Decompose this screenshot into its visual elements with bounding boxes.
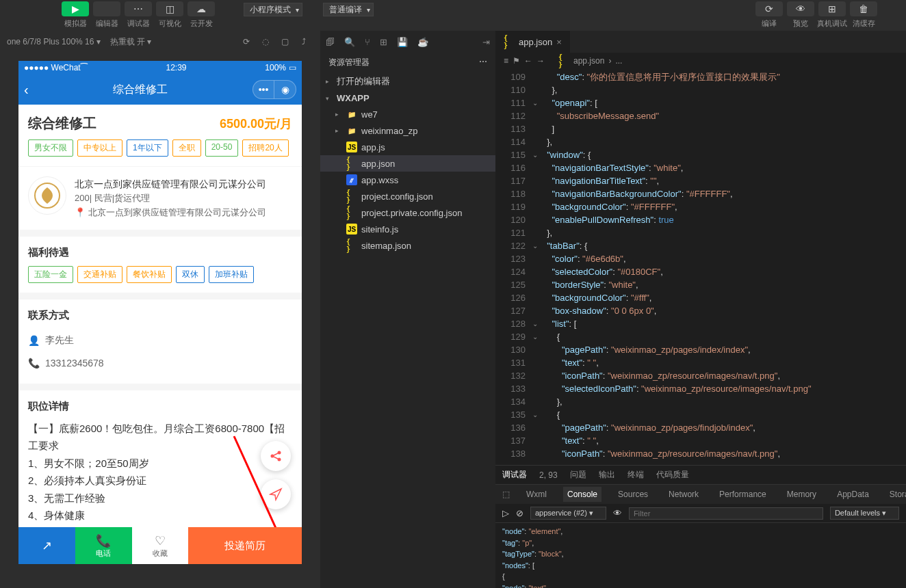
devtool-tab-Wxml[interactable]: Wxml <box>522 487 551 502</box>
open-editors-section[interactable]: ▸打开的编辑器 <box>320 72 495 90</box>
close-tab-icon[interactable]: × <box>556 37 562 47</box>
welfare-tag: 双休 <box>176 266 205 283</box>
contact-phone: 13312345678 <box>45 358 104 369</box>
contact-name: 李先生 <box>45 334 74 347</box>
toolbar-清缓存[interactable]: 🗑清缓存 <box>849 1 879 29</box>
tree-item-app.wxss[interactable]: ⫽app.wxss <box>320 172 495 188</box>
dbg-tab-问题[interactable]: 问题 <box>570 469 586 481</box>
favorite-button[interactable]: ♡收藏 <box>132 527 189 564</box>
page-title: 综合维修工 <box>29 83 253 97</box>
nav-back-icon[interactable]: ≡ <box>504 56 508 66</box>
toolbar-模拟器[interactable]: ▶模拟器 <box>60 1 90 29</box>
devtool-tab-AppData[interactable]: AppData <box>833 487 873 502</box>
job-title: 综合维修工 <box>28 114 96 133</box>
filter-input[interactable] <box>629 507 823 520</box>
dbg-tab-输出[interactable]: 输出 <box>599 469 615 481</box>
company-addr: 📍 北京一点到家供应链管理有限公司元谋分公司 <box>75 206 292 220</box>
person-icon: 👤 <box>28 335 40 346</box>
nav-bar: ‹ 综合维修工 ••• ◉ <box>18 75 302 105</box>
popout-icon[interactable]: ⤴ <box>294 37 313 46</box>
nav-prev-icon[interactable]: ← <box>524 56 532 66</box>
devtool-tab-Storage[interactable]: Storage <box>885 487 906 502</box>
more-icon[interactable]: ⋯ <box>479 57 487 68</box>
close-capsule[interactable]: ◉ <box>274 80 296 99</box>
welfare-tag: 五险一金 <box>28 266 73 283</box>
tea-tab-icon[interactable]: ☕ <box>417 37 428 47</box>
git-tab-icon[interactable]: ⑂ <box>365 37 370 47</box>
compile-dropdown[interactable]: 普通编译 <box>323 3 374 16</box>
toolbar-预览[interactable]: 👁预览 <box>786 1 816 29</box>
hotreload-toggle[interactable]: 热重载 开 ▾ <box>110 36 152 48</box>
refresh-icon[interactable]: ⟳ <box>237 37 256 46</box>
submit-resume-button[interactable]: 投递简历 <box>188 527 302 564</box>
device-icon[interactable]: ▢ <box>275 37 294 46</box>
toolbar-调试器[interactable]: ⋯调试器 <box>123 1 153 29</box>
detail-title: 职位详情 <box>28 400 292 413</box>
device-selector[interactable]: one 6/7/8 Plus 100% 16 ▾ <box>7 37 101 46</box>
breadcrumb[interactable]: ≡ ⚑ ← → { } app.json›... <box>495 53 906 69</box>
context-selector[interactable]: appservice (#2) ▾ <box>530 507 606 520</box>
explorer-tab-icon[interactable]: 🗐 <box>326 37 335 47</box>
tree-item-project.config.json[interactable]: { }project.config.json <box>320 188 495 204</box>
project-root[interactable]: ▾WXAPP <box>320 90 495 106</box>
console-output: "node": "element","tag": "p","tagType": … <box>495 523 906 588</box>
devtool-tab-Network[interactable]: Network <box>664 487 703 502</box>
toolbar-真机调试[interactable]: ⊞真机调试 <box>817 1 847 29</box>
devtool-tab-Memory[interactable]: Memory <box>783 487 820 502</box>
editor-tab-appjson[interactable]: { } app.json × <box>495 31 570 53</box>
tree-item-app.js[interactable]: JSapp.js <box>320 139 495 155</box>
explorer-panel: 🗐 🔍 ⑂ ⊞ 💾 ☕ ⇥ 资源管理器⋯ ▸打开的编辑器 ▾WXAPP ▸📁we… <box>320 31 495 588</box>
inspect-icon[interactable]: ⬚ <box>502 490 510 499</box>
nav-bookmark-icon[interactable]: ⚑ <box>513 56 520 66</box>
explorer-title: 资源管理器 <box>328 57 370 68</box>
simulator-panel: one 6/7/8 Plus 100% 16 ▾ 热重载 开 ▾ ⟳ ◌ ▢ ⤴… <box>0 31 320 588</box>
save-tab-icon[interactable]: 💾 <box>397 37 408 47</box>
company-meta: 200| 民营|货运代理 <box>75 191 292 206</box>
company-logo <box>28 176 66 215</box>
toolbar-可视化[interactable]: ◫可视化 <box>155 1 185 29</box>
tree-item-siteinfo.js[interactable]: JSsiteinfo.js <box>320 221 495 237</box>
share-button[interactable]: ↗ <box>18 527 75 564</box>
tree-item-we7[interactable]: ▸📁we7 <box>320 106 495 122</box>
nav-next-icon[interactable]: → <box>536 56 545 66</box>
devtool-tab-Sources[interactable]: Sources <box>614 487 652 502</box>
back-icon[interactable]: ‹ <box>24 82 29 98</box>
json-icon: { } <box>504 36 515 47</box>
eye-icon[interactable]: 👁 <box>613 508 622 518</box>
phone-simulator: ●●●●● WeChat⁀ 12:39 100% ▭ ‹ 综合维修工 ••• ◉ <box>18 61 302 564</box>
play-icon[interactable]: ▷ <box>502 508 509 518</box>
toolbar-云开发[interactable]: ☁云开发 <box>186 1 216 29</box>
locate-float-button[interactable] <box>261 479 291 509</box>
job-tag: 中专以上 <box>77 139 122 157</box>
tree-item-weixinmao_zp[interactable]: ▸📁weixinmao_zp <box>320 122 495 139</box>
svg-point-1 <box>271 455 274 458</box>
code-editor[interactable]: 1091101111121131141151161171181191201211… <box>495 69 906 465</box>
tree-item-project.private.config.json[interactable]: { }project.private.config.json <box>320 204 495 221</box>
job-salary: 6500.00元/月 <box>220 116 292 132</box>
dbg-tab-终端[interactable]: 终端 <box>627 469 644 481</box>
mode-dropdown[interactable]: 小程序模式 <box>244 3 302 16</box>
dbg-tab-2, 93[interactable]: 2, 93 <box>539 470 558 480</box>
toolbar-编辑器[interactable]: 编辑器 <box>92 1 122 29</box>
levels-selector[interactable]: Default levels ▾ <box>830 507 899 520</box>
menu-capsule[interactable]: ••• <box>253 80 274 99</box>
ext-tab-icon[interactable]: ⊞ <box>380 37 387 47</box>
tree-item-app.json[interactable]: { }app.json <box>320 155 495 172</box>
job-tag: 20-50 <box>205 139 239 157</box>
share-float-button[interactable] <box>261 441 291 471</box>
devtool-tab-Performance[interactable]: Performance <box>715 487 771 502</box>
toolbar-编译[interactable]: ⟳编译 <box>754 1 784 29</box>
tree-item-sitemap.json[interactable]: { }sitemap.json <box>320 237 495 254</box>
job-tag: 1年以下 <box>127 139 168 157</box>
search-tab-icon[interactable]: 🔍 <box>344 37 355 47</box>
welfare-tag: 交通补贴 <box>77 266 122 283</box>
stop-icon[interactable]: ◌ <box>256 37 275 46</box>
devtool-tab-Console[interactable]: Console <box>563 487 601 502</box>
phone-icon: 📞 <box>28 358 40 369</box>
dbg-tab-代码质量[interactable]: 代码质量 <box>656 469 689 481</box>
call-button[interactable]: 📞电话 <box>75 527 132 564</box>
dbg-tab-调试器[interactable]: 调试器 <box>502 469 527 481</box>
top-toolbar: ▶模拟器编辑器⋯调试器◫可视化☁云开发 小程序模式 普通编译 ⟳编译👁预览⊞真机… <box>0 0 906 31</box>
collapse-icon[interactable]: ⇥ <box>482 37 490 47</box>
clear-icon[interactable]: ⊘ <box>516 508 523 518</box>
